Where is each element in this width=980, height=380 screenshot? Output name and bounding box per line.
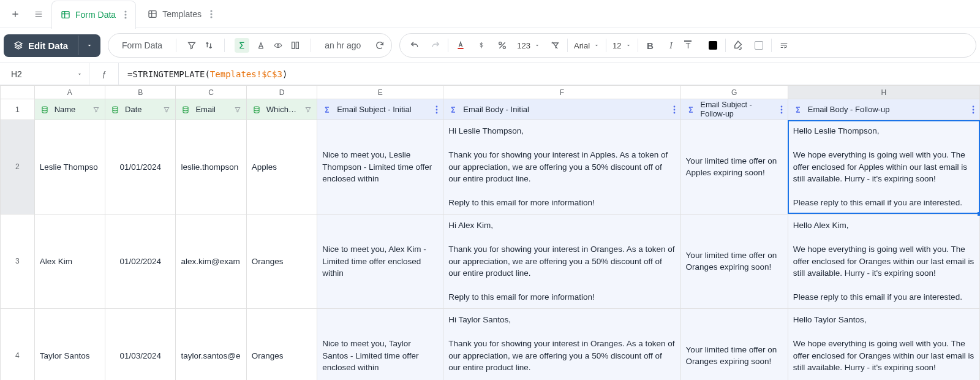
column-header[interactable]: Email Body - Initial — [443, 99, 680, 120]
cell[interactable]: leslie.thompson — [176, 120, 246, 215]
filter-icon[interactable] — [304, 106, 312, 113]
filter-icon[interactable] — [163, 106, 170, 113]
col-letter[interactable]: F — [443, 86, 680, 99]
col-letter[interactable]: C — [176, 86, 246, 99]
visibility-icon[interactable] — [273, 40, 284, 51]
strike-button[interactable]: T — [684, 37, 701, 54]
formula-input[interactable]: =STRINGTEMPLATE(Templates!$C$3) — [119, 69, 980, 79]
more-icon[interactable] — [972, 105, 974, 114]
cell[interactable]: Your limited time offer on Oranges expir… — [680, 214, 788, 308]
sort-icon[interactable] — [203, 40, 214, 51]
font-size-select[interactable]: 12 — [610, 41, 633, 50]
add-tab-button[interactable] — [5, 4, 26, 25]
edit-data-main[interactable]: Edit Data — [4, 34, 78, 57]
current-sheet-name[interactable]: Form Data — [115, 40, 170, 50]
row-number[interactable]: 2 — [1, 120, 35, 215]
more-icon[interactable] — [780, 105, 783, 114]
cell[interactable]: 01/01/2024 — [105, 120, 176, 215]
cell[interactable]: Nice to meet you, Alex Kim - Limited tim… — [317, 214, 443, 308]
column-header[interactable]: Email Body - Follow-up — [788, 99, 979, 120]
edit-data-caret[interactable] — [78, 36, 100, 55]
spreadsheet-grid[interactable]: A B C D E F G H 1 Name Date Email Which…… — [0, 85, 980, 380]
col-letter[interactable]: A — [34, 86, 105, 99]
chevron-down-icon — [77, 71, 83, 77]
cell[interactable]: Nice to meet you, Leslie Thompson - Limi… — [317, 120, 443, 215]
columns-icon[interactable] — [290, 40, 301, 51]
cell[interactable]: Your limited time offer on Apples expiri… — [680, 120, 788, 215]
cell[interactable]: Hi Leslie Thompson, Thank you for showin… — [443, 120, 680, 215]
number-format-select[interactable]: 123 — [514, 41, 543, 50]
cell[interactable]: Hello Leslie Thompson, We hope everythin… — [788, 120, 979, 215]
cell[interactable]: Hello Alex Kim, We hope everything is go… — [788, 214, 979, 308]
cell[interactable]: Hi Taylor Santos, Thank you for showing … — [443, 308, 680, 380]
column-header[interactable]: Which… — [246, 99, 317, 120]
cell[interactable]: Hi Alex Kim, Thank you for showing your … — [443, 214, 680, 308]
edit-data-button[interactable]: Edit Data — [4, 34, 100, 57]
wrap-button[interactable] — [775, 37, 793, 54]
cell[interactable]: alex.kim@exam — [176, 214, 246, 308]
currency-button[interactable] — [473, 37, 490, 54]
select-all-corner[interactable] — [1, 86, 35, 99]
tab-more-icon[interactable] — [121, 10, 127, 19]
layers-icon — [13, 40, 23, 50]
svg-point-5 — [210, 10, 212, 12]
clear-format-button[interactable] — [546, 37, 564, 54]
more-icon[interactable] — [435, 105, 438, 114]
sigma-icon[interactable] — [235, 38, 249, 53]
svg-point-17 — [183, 106, 188, 108]
cell[interactable]: Taylor Santos — [34, 308, 105, 380]
svg-rect-4 — [149, 11, 156, 18]
row-number[interactable]: 3 — [1, 214, 35, 308]
tab-strip: Form Data Templates — [0, 0, 980, 28]
column-header[interactable]: Email — [176, 99, 246, 120]
cell[interactable]: Apples — [246, 120, 317, 215]
col-letter[interactable]: B — [105, 86, 176, 99]
svg-point-2 — [125, 13, 127, 15]
filter-icon[interactable] — [234, 106, 241, 113]
refresh-icon[interactable] — [374, 40, 385, 51]
cell[interactable]: Alex Kim — [34, 214, 105, 308]
cell[interactable]: Your limited time offer on Oranges expir… — [680, 308, 788, 380]
tab-form-data[interactable]: Form Data — [51, 1, 136, 29]
cell[interactable]: Nice to meet you, Taylor Santos - Limite… — [317, 308, 443, 380]
col-letter[interactable]: E — [317, 86, 443, 99]
cell[interactable]: Hello Taylor Santos, We hope everything … — [788, 308, 979, 380]
tab-more-icon[interactable] — [206, 10, 213, 18]
row-number[interactable]: 4 — [1, 308, 35, 380]
cell[interactable]: Oranges — [246, 308, 317, 380]
cell-reference-box[interactable]: H2 — [0, 63, 89, 85]
column-header[interactable]: Email Subject - Initial — [317, 99, 443, 120]
col-letter[interactable]: D — [246, 86, 317, 99]
cell[interactable]: 01/02/2024 — [105, 214, 176, 308]
border-icon — [755, 41, 763, 50]
cell[interactable]: taylor.santos@e — [176, 308, 246, 380]
col-letter[interactable]: G — [680, 86, 788, 99]
all-sheets-button[interactable] — [28, 4, 49, 25]
svg-point-29 — [973, 108, 974, 110]
column-header[interactable]: Date — [105, 99, 176, 120]
col-letter[interactable]: H — [788, 86, 979, 99]
font-select[interactable]: Arial — [571, 41, 602, 50]
svg-point-19 — [436, 105, 438, 107]
percent-button[interactable] — [494, 37, 511, 54]
redo-button[interactable] — [427, 37, 444, 54]
column-header[interactable]: Email Subject - Follow-up — [680, 99, 788, 120]
filter-icon[interactable] — [186, 40, 197, 51]
row-number[interactable]: 1 — [1, 99, 35, 120]
fill-color-button[interactable] — [729, 37, 747, 54]
text-color-button[interactable] — [452, 37, 469, 54]
filter-icon[interactable] — [92, 106, 100, 113]
bold-button[interactable]: B — [642, 37, 659, 54]
svg-point-25 — [780, 105, 782, 107]
more-icon[interactable] — [673, 105, 676, 114]
italic-button[interactable]: I — [663, 37, 680, 54]
cell[interactable]: Leslie Thompso — [34, 120, 105, 215]
cell[interactable]: Oranges — [246, 214, 317, 308]
border-button[interactable] — [750, 37, 767, 54]
tab-templates[interactable]: Templates — [138, 0, 222, 28]
text-format-icon[interactable] — [255, 40, 266, 51]
cell[interactable]: 01/03/2024 — [105, 308, 176, 380]
cell-color-button[interactable] — [704, 37, 722, 54]
undo-button[interactable] — [406, 37, 423, 54]
column-header[interactable]: Name — [34, 99, 105, 120]
